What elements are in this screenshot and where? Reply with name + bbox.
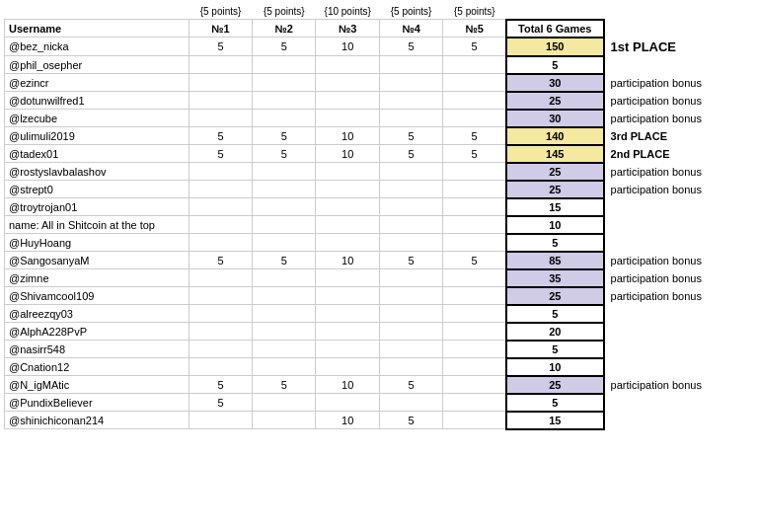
cell-bonus — [604, 234, 754, 252]
cell-bonus: participation bonus — [604, 181, 754, 198]
table-row: @phil_osepher5 — [5, 56, 754, 74]
cell-username: @dotunwilfred1 — [5, 92, 190, 110]
table-row: @strept025participation bonus — [5, 181, 754, 198]
cell-username: @AlphA228PvP — [5, 323, 190, 341]
cell-game-4 — [379, 305, 442, 323]
header-g2: №2 — [253, 20, 316, 38]
cell-game-2 — [253, 181, 316, 198]
table-row: @troytrojan0115 — [5, 198, 754, 216]
cell-game-4 — [379, 234, 442, 252]
points-g4: {5 points} — [379, 4, 442, 20]
cell-game-3 — [316, 110, 380, 127]
cell-total: 25 — [506, 163, 604, 181]
header-g3: №3 — [316, 20, 380, 38]
cell-game-2 — [253, 287, 316, 305]
cell-total: 20 — [506, 323, 604, 341]
cell-game-1 — [189, 56, 252, 74]
cell-username: @shinichiconan214 — [5, 412, 190, 429]
cell-game-2 — [253, 323, 316, 341]
cell-game-5: 5 — [443, 252, 506, 269]
cell-bonus: participation bonus — [604, 92, 754, 110]
cell-total: 10 — [506, 216, 604, 234]
cell-game-1 — [189, 181, 252, 198]
column-header-row: Username №1 №2 №3 №4 №5 Total 6 Games — [5, 20, 754, 38]
table-row: @ulimuli20195510551403rd PLACE — [5, 127, 754, 145]
table-row: @Shivamcool10925participation bonus — [5, 287, 754, 305]
cell-game-1 — [189, 163, 252, 181]
cell-game-3 — [316, 56, 380, 74]
cell-game-5 — [443, 305, 506, 323]
points-g5: {5 points} — [443, 4, 506, 20]
cell-bonus: 2nd PLACE — [604, 145, 754, 163]
cell-game-5 — [443, 198, 506, 216]
cell-game-2: 5 — [253, 127, 316, 145]
cell-game-1 — [189, 341, 252, 358]
cell-game-1 — [189, 216, 252, 234]
cell-game-5 — [443, 376, 506, 394]
leaderboard-table: {5 points} {5 points} {10 points} {5 poi… — [4, 4, 754, 430]
cell-username: @SangosanyaM — [5, 252, 190, 269]
points-bonus — [604, 4, 754, 20]
cell-bonus — [604, 216, 754, 234]
cell-total: 10 — [506, 358, 604, 376]
cell-game-2 — [253, 216, 316, 234]
cell-game-1 — [189, 74, 252, 92]
cell-bonus: 3rd PLACE — [604, 127, 754, 145]
header-total: Total 6 Games — [506, 20, 604, 38]
cell-game-1: 5 — [189, 127, 252, 145]
cell-game-2 — [253, 269, 316, 287]
cell-bonus — [604, 323, 754, 341]
cell-game-3: 10 — [316, 38, 380, 56]
points-g3: {10 points} — [316, 4, 380, 20]
table-row: @N_igMAtic5510525participation bonus — [5, 376, 754, 394]
cell-total: 150 — [506, 38, 604, 56]
cell-game-5 — [443, 92, 506, 110]
cell-game-2 — [253, 412, 316, 429]
cell-total: 140 — [506, 127, 604, 145]
cell-bonus — [604, 198, 754, 216]
cell-game-5: 5 — [443, 127, 506, 145]
cell-game-4 — [379, 287, 442, 305]
cell-game-3 — [316, 341, 380, 358]
table-row: @tadex015510551452nd PLACE — [5, 145, 754, 163]
cell-username: @tadex01 — [5, 145, 190, 163]
cell-game-5: 5 — [443, 38, 506, 56]
cell-game-1 — [189, 234, 252, 252]
cell-bonus: participation bonus — [604, 269, 754, 287]
cell-game-4 — [379, 110, 442, 127]
cell-game-1: 5 — [189, 394, 252, 412]
cell-game-4: 5 — [379, 376, 442, 394]
cell-bonus — [604, 305, 754, 323]
cell-username: @PundixBeliever — [5, 394, 190, 412]
cell-game-3 — [316, 234, 380, 252]
cell-username: @rostyslavbalashov — [5, 163, 190, 181]
cell-game-5 — [443, 412, 506, 429]
cell-bonus: participation bonus — [604, 287, 754, 305]
cell-game-2: 5 — [253, 38, 316, 56]
cell-game-2: 5 — [253, 252, 316, 269]
cell-bonus: participation bonus — [604, 74, 754, 92]
cell-game-4: 5 — [379, 38, 442, 56]
cell-username: @phil_osepher — [5, 56, 190, 74]
table-row: @alreezqy035 — [5, 305, 754, 323]
cell-game-2: 5 — [253, 376, 316, 394]
cell-username: @ulimuli2019 — [5, 127, 190, 145]
cell-game-5 — [443, 358, 506, 376]
table-row: name: All in Shitcoin at the top10 — [5, 216, 754, 234]
cell-game-1 — [189, 305, 252, 323]
cell-game-3 — [316, 323, 380, 341]
cell-game-4 — [379, 216, 442, 234]
cell-game-1: 5 — [189, 145, 252, 163]
cell-game-2 — [253, 92, 316, 110]
cell-total: 85 — [506, 252, 604, 269]
points-g2: {5 points} — [253, 4, 316, 20]
cell-game-1 — [189, 323, 252, 341]
cell-game-2 — [253, 74, 316, 92]
cell-game-4: 5 — [379, 412, 442, 429]
cell-game-5 — [443, 74, 506, 92]
cell-total: 15 — [506, 412, 604, 429]
cell-game-5 — [443, 56, 506, 74]
cell-bonus: 1st PLACE — [604, 38, 754, 56]
cell-game-5 — [443, 323, 506, 341]
cell-bonus — [604, 56, 754, 74]
